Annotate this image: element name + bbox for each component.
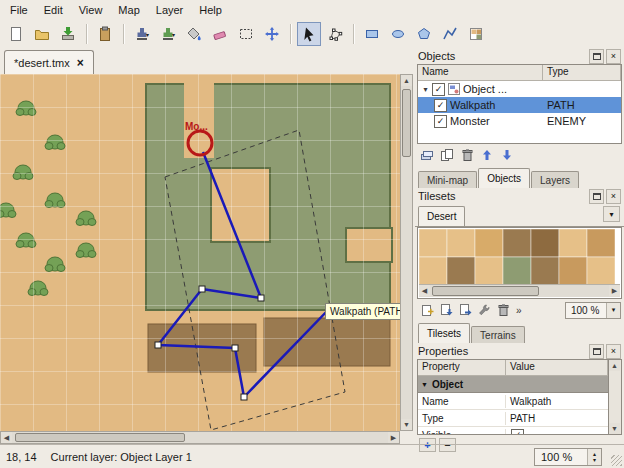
tile[interactable] [531, 229, 559, 257]
tab-objects[interactable]: Objects [478, 168, 530, 188]
scroll-left-icon[interactable]: ◀ [1, 432, 12, 443]
scroll-down-icon[interactable]: ▼ [609, 423, 620, 434]
move-layer-button[interactable] [260, 22, 284, 46]
menu-map[interactable]: Map [110, 2, 147, 18]
scroll-right-icon[interactable]: ▶ [388, 432, 399, 443]
tile[interactable] [587, 257, 615, 285]
document-tab-desert[interactable]: *desert.tmx × [4, 50, 94, 75]
tab-mini-map[interactable]: Mini-map [418, 171, 477, 188]
tile[interactable] [419, 257, 447, 285]
property-value[interactable]: Walkpath [506, 395, 608, 408]
tileset-view[interactable]: ◀ ▶ [417, 227, 622, 299]
close-dock-button[interactable]: × [606, 49, 621, 64]
tile[interactable] [447, 257, 475, 285]
insert-polygon-button[interactable] [412, 22, 436, 46]
import-tileset-button[interactable] [437, 302, 455, 319]
close-dock-button[interactable]: × [606, 344, 621, 359]
menu-view[interactable]: View [71, 2, 111, 18]
rectangular-select-button[interactable] [234, 22, 258, 46]
resize-grip[interactable] [611, 455, 622, 466]
property-value[interactable]: PATH [506, 412, 608, 425]
zoom-combo[interactable]: 100 % ▴ ▾ [534, 448, 602, 466]
tab-tilesets[interactable]: Tilesets [418, 323, 470, 343]
tileset-zoom-combo[interactable]: 100 % ▾ [565, 302, 621, 319]
select-objects-button[interactable] [297, 22, 321, 46]
monster-object-circle[interactable] [188, 131, 212, 155]
object-visibility-checkbox[interactable]: ✓ [434, 99, 447, 112]
vertex-handle[interactable] [232, 345, 238, 351]
object-layer-row[interactable]: ▾ ✓ Object ... [418, 81, 621, 97]
new-map-button[interactable] [4, 22, 28, 46]
tile[interactable] [559, 257, 587, 285]
menu-edit[interactable]: Edit [36, 2, 71, 18]
scroll-up-icon[interactable]: ▲ [609, 360, 620, 371]
close-dock-button[interactable]: × [606, 189, 621, 204]
remove-tileset-button[interactable] [494, 302, 512, 319]
insert-ellipse-button[interactable] [386, 22, 410, 46]
object-row-walkpath[interactable]: ✓ Walkpath PATH [418, 97, 621, 113]
property-group-object[interactable]: ▼ Object [418, 376, 608, 393]
object-visibility-checkbox[interactable]: ✓ [434, 115, 447, 128]
menu-layer[interactable]: Layer [148, 2, 192, 18]
tileset-scroll-thumb[interactable] [432, 286, 539, 296]
paste-button[interactable] [93, 22, 117, 46]
zoom-spinner[interactable]: ▴ ▾ [587, 449, 601, 465]
insert-rectangle-button[interactable] [360, 22, 384, 46]
horizontal-scroll-thumb[interactable] [15, 433, 185, 442]
vertex-handle[interactable] [241, 394, 247, 400]
tile[interactable] [587, 229, 615, 257]
tile[interactable] [447, 229, 475, 257]
vertex-handle[interactable] [155, 342, 161, 348]
duplicate-object-button[interactable] [438, 147, 456, 164]
close-tab-icon[interactable]: × [77, 58, 84, 68]
vertex-handle[interactable] [199, 286, 205, 292]
tileset-tab-desert[interactable]: Desert [418, 206, 465, 226]
tile[interactable] [475, 229, 503, 257]
scroll-left-icon[interactable]: ◀ [419, 285, 430, 296]
toolbar-overflow-icon[interactable]: » [516, 305, 522, 316]
menu-help[interactable]: Help [191, 2, 230, 18]
dropdown-arrow-icon[interactable]: ▾ [606, 303, 620, 318]
tile[interactable] [419, 229, 447, 257]
layer-visibility-checkbox[interactable]: ✓ [432, 83, 445, 96]
tile[interactable] [503, 257, 531, 285]
walkpath-polyline[interactable] [158, 152, 330, 397]
scroll-right-icon[interactable]: ▶ [609, 285, 620, 296]
bucket-fill-button[interactable] [182, 22, 206, 46]
open-map-button[interactable] [30, 22, 54, 46]
remove-object-button[interactable] [458, 147, 476, 164]
tileset-properties-button[interactable] [475, 302, 493, 319]
float-dock-button[interactable] [589, 189, 604, 204]
edit-polygons-button[interactable] [323, 22, 347, 46]
raise-object-button[interactable] [478, 147, 496, 164]
toolbar-separator [86, 24, 87, 44]
expander-icon[interactable]: ▾ [420, 85, 431, 94]
new-tileset-button[interactable] [418, 302, 436, 319]
tab-layers[interactable]: Layers [531, 171, 579, 188]
vertical-scroll-thumb[interactable] [402, 89, 411, 157]
new-object-layer-button[interactable] [418, 147, 436, 164]
menu-file[interactable]: File [2, 2, 36, 18]
export-tileset-button[interactable] [456, 302, 474, 319]
tile[interactable] [531, 257, 559, 285]
map-canvas[interactable]: Mo... Walkpath (PATH) [0, 74, 400, 431]
tileset-menu-dropdown[interactable]: ▾ [603, 206, 620, 222]
eraser-button[interactable] [208, 22, 232, 46]
insert-tile-button[interactable] [464, 22, 488, 46]
lower-object-button[interactable] [498, 147, 516, 164]
float-dock-button[interactable] [589, 344, 604, 359]
vertex-handle[interactable] [258, 295, 264, 301]
scroll-up-icon[interactable]: ▲ [401, 75, 412, 86]
tile[interactable] [559, 229, 587, 257]
new-tileset-icon [420, 303, 435, 317]
scroll-down-icon[interactable]: ▼ [401, 419, 412, 430]
object-row-monster[interactable]: ✓ Monster ENEMY [418, 113, 621, 129]
tile[interactable] [475, 257, 503, 285]
insert-polyline-button[interactable] [438, 22, 462, 46]
tile[interactable] [503, 229, 531, 257]
tab-terrains[interactable]: Terrains [471, 326, 525, 343]
terrain-brush-button[interactable]: ▾ [156, 22, 180, 46]
stamp-brush-button[interactable]: ▾ [130, 22, 154, 46]
float-dock-button[interactable] [589, 49, 604, 64]
save-map-button[interactable] [56, 22, 80, 46]
